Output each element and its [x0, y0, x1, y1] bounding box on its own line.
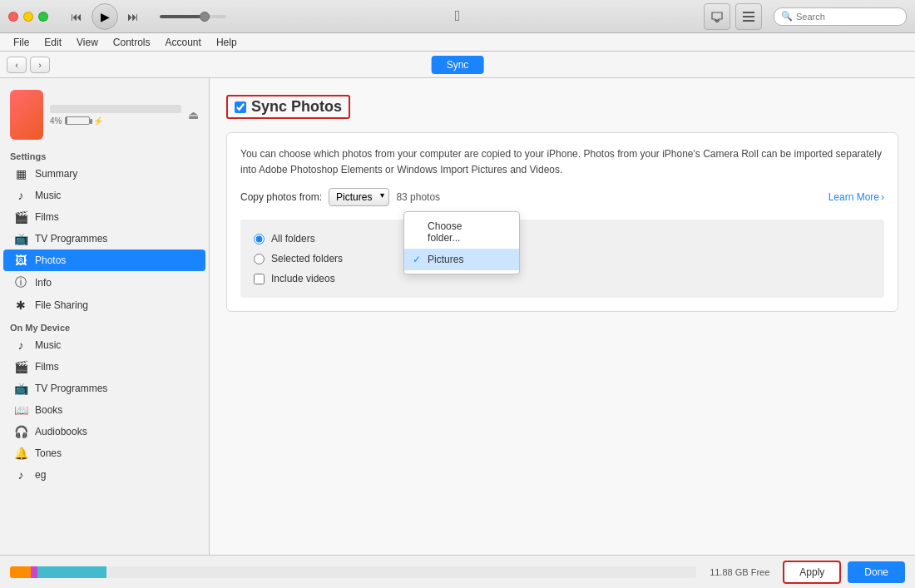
- file-sharing-icon: ✱: [13, 299, 28, 312]
- sidebar-item-file-sharing[interactable]: ✱ File Sharing: [3, 294, 205, 316]
- include-videos-label: Include videos: [271, 273, 335, 284]
- selected-source-text: Pictures: [336, 191, 372, 203]
- battery-percent: 4%: [50, 116, 62, 126]
- sidebar-label-tv-device: TV Programmes: [35, 383, 107, 394]
- menu-edit[interactable]: Edit: [37, 35, 68, 50]
- photos-icon: 🖼: [13, 254, 28, 267]
- learn-more-arrow: ›: [881, 191, 884, 203]
- settings-section-label: Settings: [0, 145, 209, 163]
- sync-photos-header: Sync Photos: [226, 95, 898, 119]
- sidebar-item-summary[interactable]: ▦ Summary: [3, 163, 205, 185]
- audiobooks-icon: 🎧: [13, 425, 28, 438]
- sidebar-label-films-device: Films: [35, 361, 59, 373]
- window-controls: [8, 12, 48, 22]
- sync-button[interactable]: Sync: [432, 56, 484, 74]
- forward-button[interactable]: ›: [30, 57, 50, 73]
- selected-folders-label: Selected folders: [271, 253, 343, 264]
- selected-folders-row: Selected folders: [254, 253, 871, 264]
- sidebar-item-info[interactable]: ⓘ Info: [3, 271, 205, 294]
- sidebar-item-music-device[interactable]: ♪ Music: [3, 334, 205, 356]
- sidebar-item-films[interactable]: 🎬 Films: [3, 206, 205, 228]
- play-button[interactable]: ▶: [92, 3, 118, 30]
- sync-description-box: You can choose which photos from your co…: [226, 132, 898, 312]
- maximize-button[interactable]: [38, 12, 48, 22]
- search-icon: 🔍: [781, 11, 793, 22]
- menu-view[interactable]: View: [70, 35, 105, 50]
- fastforward-button[interactable]: ⏭: [121, 5, 145, 28]
- dropdown-item-choose-folder[interactable]: Choose folder...: [404, 215, 519, 249]
- storage-segment-2: [37, 566, 106, 578]
- battery-fill: [66, 117, 67, 124]
- sync-photos-checkbox[interactable]: [235, 101, 246, 113]
- airplay-icon: [710, 11, 724, 22]
- minimize-button[interactable]: [23, 12, 33, 22]
- include-videos-row: Include videos: [254, 273, 871, 284]
- sidebar-eject-icon[interactable]: ⏏: [188, 108, 199, 121]
- device-icon: [10, 90, 43, 140]
- all-folders-row: All folders: [254, 233, 871, 245]
- sidebar-label-info: Info: [35, 277, 52, 289]
- charge-icon: ⚡: [93, 116, 103, 126]
- sidebar-label-films: Films: [35, 211, 59, 223]
- sidebar-item-films-device[interactable]: 🎬 Films: [3, 356, 205, 378]
- music-icon: ♪: [13, 189, 28, 202]
- selected-folders-radio[interactable]: [254, 254, 265, 264]
- copy-from-label: Copy photos from:: [240, 191, 322, 203]
- dropdown-item-pictures[interactable]: Pictures: [404, 249, 519, 270]
- music-device-icon: ♪: [13, 338, 28, 352]
- apple-logo: : [455, 7, 461, 25]
- storage-free-label: 11.88 GB Free: [710, 567, 769, 577]
- menu-file[interactable]: File: [7, 35, 36, 50]
- sidebar-item-music[interactable]: ♪ Music: [3, 185, 205, 206]
- volume-knob[interactable]: [200, 12, 210, 22]
- device-info: 4% ⚡: [50, 105, 181, 126]
- svg-rect-2: [743, 20, 754, 22]
- learn-more-link[interactable]: Learn More ›: [828, 191, 884, 203]
- source-dropdown: Choose folder... Pictures: [403, 211, 520, 274]
- sidebar-label-eg: eg: [35, 469, 46, 481]
- back-button[interactable]: ‹: [7, 57, 27, 73]
- done-button[interactable]: Done: [848, 561, 905, 583]
- device-name: [50, 105, 181, 113]
- films-icon: 🎬: [13, 210, 28, 224]
- sync-checkbox-wrapper: Sync Photos: [226, 95, 350, 119]
- transport-controls: ⏮ ▶ ⏭: [65, 3, 233, 30]
- copy-from-select[interactable]: Pictures Choose folder... Pictures: [329, 188, 389, 206]
- list-view-button[interactable]: [735, 3, 762, 30]
- menu-bar: File Edit View Controls Account Help: [0, 33, 915, 52]
- menu-account[interactable]: Account: [159, 35, 208, 50]
- storage-segment-0: [10, 566, 31, 578]
- sidebar-item-audiobooks[interactable]: 🎧 Audiobooks: [3, 421, 205, 442]
- main-layout: 4% ⚡ ⏏ Settings ▦ Summary ♪ Music 🎬 Film…: [0, 78, 915, 555]
- sidebar-item-books[interactable]: 📖 Books: [3, 399, 205, 421]
- sidebar-label-photos: Photos: [35, 254, 66, 266]
- content-inner: Sync Photos You can choose which photos …: [210, 78, 915, 329]
- sidebar-item-photos[interactable]: 🖼 Photos: [3, 250, 205, 271]
- search-input[interactable]: [796, 12, 899, 22]
- sidebar-label-music-device: Music: [35, 339, 61, 351]
- sidebar-label-audiobooks: Audiobooks: [35, 426, 87, 437]
- sidebar-item-tv-device[interactable]: 📺 TV Programmes: [3, 378, 205, 399]
- source-select-button[interactable]: Pictures: [329, 188, 389, 206]
- device-item[interactable]: 4% ⚡ ⏏: [0, 85, 209, 145]
- menu-help[interactable]: Help: [210, 35, 244, 50]
- sidebar-item-tones[interactable]: 🔔 Tones: [3, 442, 205, 464]
- volume-slider[interactable]: [160, 15, 226, 18]
- sidebar-item-eg[interactable]: ♪ eg: [3, 464, 205, 486]
- sidebar-item-tv-programmes[interactable]: 📺 TV Programmes: [3, 228, 205, 250]
- search-bar[interactable]: 🔍: [774, 7, 907, 26]
- all-folders-label: All folders: [271, 233, 315, 245]
- tv-icon: 📺: [13, 232, 28, 245]
- close-button[interactable]: [8, 12, 18, 22]
- learn-more-text: Learn More: [828, 191, 879, 203]
- apply-button[interactable]: Apply: [783, 561, 841, 584]
- rewind-button[interactable]: ⏮: [65, 5, 88, 28]
- menu-controls[interactable]: Controls: [106, 35, 157, 50]
- include-videos-checkbox[interactable]: [254, 274, 265, 284]
- films-device-icon: 🎬: [13, 360, 28, 373]
- tones-icon: 🔔: [13, 447, 28, 460]
- status-bar: 11.88 GB Free Apply Done: [0, 555, 915, 588]
- all-folders-radio[interactable]: [254, 234, 265, 245]
- airplay-button[interactable]: [704, 3, 730, 30]
- sidebar-label-file-sharing: File Sharing: [35, 299, 88, 311]
